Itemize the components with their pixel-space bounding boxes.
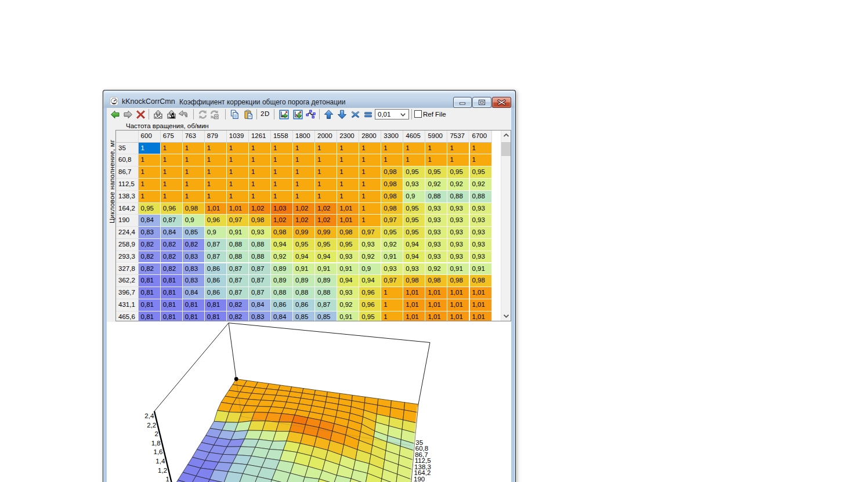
table-cell[interactable]: 1: [227, 143, 249, 155]
table-cell[interactable]: 0,84: [271, 311, 293, 321]
table-cell[interactable]: 1: [425, 143, 447, 155]
table-cell[interactable]: 0,94: [359, 275, 381, 287]
table-cell[interactable]: 0,82: [227, 311, 249, 321]
table-cell[interactable]: 0,91: [337, 311, 359, 321]
table-cell[interactable]: 0,99: [293, 227, 315, 239]
table-cell[interactable]: 1: [161, 191, 183, 203]
table-cell[interactable]: 0,84: [139, 215, 161, 227]
table-cell[interactable]: 0,98: [381, 191, 403, 203]
table-cell[interactable]: 0,98: [183, 203, 205, 215]
table-cell[interactable]: 0,95: [403, 227, 425, 239]
scroll-up-button[interactable]: [501, 131, 511, 140]
table-cell[interactable]: 0,92: [337, 299, 359, 311]
table-cell[interactable]: 0,83: [183, 251, 205, 263]
table-cell[interactable]: 0,82: [161, 239, 183, 251]
ref-file-checkbox[interactable]: [414, 110, 422, 118]
table-cell[interactable]: 1,01: [447, 287, 469, 299]
table-cell[interactable]: 0,97: [381, 215, 403, 227]
table-cell[interactable]: 0,93: [470, 239, 492, 251]
table-cell[interactable]: 0,93: [249, 227, 271, 239]
chart-export-icon[interactable]: [279, 110, 289, 119]
load-map-dark-icon[interactable]: [167, 110, 176, 119]
table-cell[interactable]: 1: [337, 154, 359, 166]
table-cell[interactable]: 1: [271, 154, 293, 166]
table-cell[interactable]: 1: [381, 143, 403, 155]
table-cell[interactable]: 0,96: [359, 287, 381, 299]
table-cell[interactable]: 0,93: [381, 263, 403, 276]
table-cell[interactable]: 0,87: [227, 263, 249, 276]
table-cell[interactable]: 0,81: [139, 275, 161, 287]
table-cell[interactable]: 0,95: [447, 166, 469, 179]
increase-icon[interactable]: [324, 110, 334, 119]
table-cell[interactable]: 0,89: [271, 263, 293, 276]
table-cell[interactable]: 0,88: [249, 251, 271, 263]
table-cell[interactable]: 0,94: [271, 239, 293, 251]
table-cell[interactable]: 0,96: [205, 215, 227, 227]
restore-button[interactable]: [472, 97, 491, 108]
table-cell[interactable]: 0,87: [227, 275, 249, 287]
table-cell[interactable]: 1: [249, 191, 271, 203]
table-cell[interactable]: 0,93: [425, 239, 447, 251]
refresh-icon[interactable]: [198, 110, 208, 119]
minimize-button[interactable]: [453, 97, 472, 108]
table-cell[interactable]: 0,93: [403, 263, 425, 276]
titlebar[interactable]: kKnockCorrCmn Коэффициент коррекции обще…: [104, 91, 515, 108]
table-cell[interactable]: 0,93: [470, 203, 492, 215]
table-cell[interactable]: 0,82: [161, 263, 183, 276]
table-cell[interactable]: 0,93: [337, 287, 359, 299]
table-cell[interactable]: 1: [161, 154, 183, 166]
table-cell[interactable]: 1,03: [271, 203, 293, 215]
table-cell[interactable]: 1,01: [337, 215, 359, 227]
table-cell[interactable]: 0,81: [161, 311, 183, 321]
table-cell[interactable]: 0,83: [183, 263, 205, 276]
table-cell[interactable]: 0,95: [403, 203, 425, 215]
table-cell[interactable]: 1,01: [403, 311, 425, 321]
table-cell[interactable]: 1,02: [315, 203, 337, 215]
table-cell[interactable]: 1: [447, 154, 469, 166]
table-cell[interactable]: 0,89: [293, 275, 315, 287]
table-cell[interactable]: 0,93: [425, 251, 447, 263]
table-cell[interactable]: 0,87: [315, 299, 337, 311]
load-map-icon[interactable]: [153, 110, 163, 119]
table-cell[interactable]: 0,98: [337, 227, 359, 239]
table-cell[interactable]: 0,95: [381, 227, 403, 239]
table-cell[interactable]: 0,95: [403, 215, 425, 227]
table-cell[interactable]: 1: [381, 287, 403, 299]
table-cell[interactable]: 1,02: [271, 215, 293, 227]
table-cell[interactable]: 0,85: [315, 311, 337, 321]
table-cell[interactable]: 1: [381, 299, 403, 311]
table-cell[interactable]: 1: [293, 179, 315, 191]
table-cell[interactable]: 0,88: [315, 287, 337, 299]
table-cell[interactable]: 0,87: [205, 239, 227, 251]
table-cell[interactable]: 0,89: [271, 275, 293, 287]
table-cell[interactable]: 0,93: [447, 203, 469, 215]
table-cell[interactable]: 0,95: [470, 166, 492, 179]
table-cell[interactable]: 0,95: [139, 203, 161, 215]
table-cell[interactable]: 0,88: [227, 239, 249, 251]
table-cell[interactable]: 0,89: [315, 275, 337, 287]
copy-icon[interactable]: [230, 110, 240, 119]
table-cell[interactable]: 0,82: [161, 251, 183, 263]
table-cell[interactable]: 1: [381, 311, 403, 321]
table-cell[interactable]: 0,93: [425, 215, 447, 227]
table-cell[interactable]: 0,86: [205, 287, 227, 299]
table-cell[interactable]: 0,91: [293, 263, 315, 276]
forward-icon[interactable]: [123, 110, 133, 119]
table-cell[interactable]: 0,94: [315, 251, 337, 263]
table-cell[interactable]: 0,87: [249, 287, 271, 299]
table-cell[interactable]: 0,95: [425, 166, 447, 179]
table-cell[interactable]: 1: [337, 143, 359, 155]
table-cell[interactable]: 0,86: [205, 275, 227, 287]
table-cell[interactable]: 1: [139, 143, 161, 155]
table-cell[interactable]: 1: [139, 191, 161, 203]
undo-icon[interactable]: [178, 110, 188, 119]
table-cell[interactable]: 1: [293, 143, 315, 155]
table-cell[interactable]: 0,92: [359, 251, 381, 263]
table-cell[interactable]: 0,93: [425, 203, 447, 215]
table-cell[interactable]: 1: [425, 154, 447, 166]
table-cell[interactable]: 1: [337, 179, 359, 191]
table-cell[interactable]: 0,97: [381, 275, 403, 287]
table-cell[interactable]: 0,98: [381, 203, 403, 215]
table-cell[interactable]: 1: [359, 166, 381, 179]
table-cell[interactable]: 1: [227, 179, 249, 191]
